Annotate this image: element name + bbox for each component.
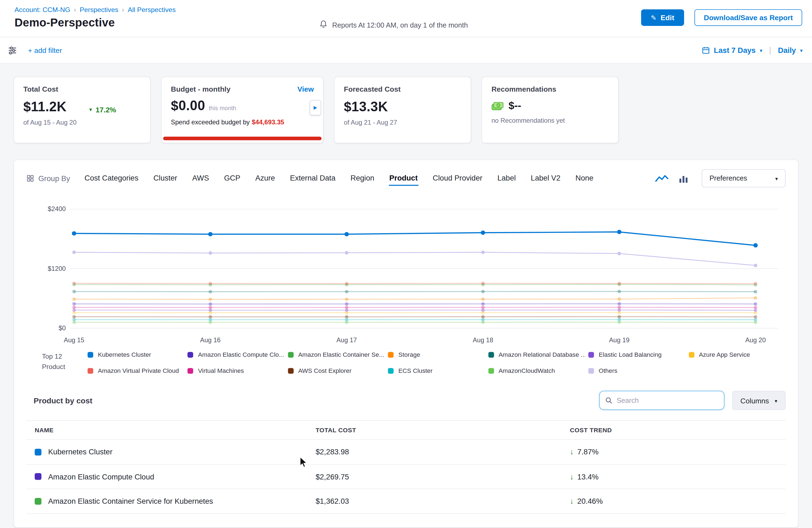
bar-chart-icon xyxy=(679,174,688,183)
series-color-swatch xyxy=(35,498,42,504)
chart-legend: Top 12 Product Kubernetes Cluster Amazon… xyxy=(27,351,785,374)
line-chart-icon xyxy=(655,174,668,183)
legend-item-label: Others xyxy=(599,367,617,375)
group-by-tab[interactable]: Cloud Provider xyxy=(432,171,483,186)
row-name-cell[interactable]: Kubernetes Cluster xyxy=(27,448,307,456)
table-row[interactable]: Amazon Elastic Compute Cloud $2,269.75 ↓… xyxy=(27,465,785,489)
budget-card: Budget - monthly View $0.00 this month S… xyxy=(161,77,323,143)
column-header[interactable]: NAME xyxy=(27,421,307,439)
group-by-tab[interactable]: Cluster xyxy=(153,171,178,186)
svg-text:$0: $0 xyxy=(59,325,66,332)
group-by-tab[interactable]: GCP xyxy=(223,171,241,186)
column-header[interactable]: TOTAL COST xyxy=(307,421,562,439)
legend-item[interactable]: Amazon Elastic Compute Clo... xyxy=(188,351,285,358)
search-input[interactable] xyxy=(617,397,719,404)
breadcrumb-link[interactable]: Perspectives xyxy=(80,6,128,13)
group-by-tab[interactable]: AWS xyxy=(192,171,209,186)
filter-sliders-icon[interactable] xyxy=(8,45,18,55)
legend-item[interactable]: Elastic Load Balancing xyxy=(588,351,685,358)
legend-item[interactable]: Kubernetes Cluster xyxy=(88,351,185,358)
svg-text:Aug 15: Aug 15 xyxy=(64,337,84,343)
group-by-tab[interactable]: Label xyxy=(497,171,516,186)
svg-text:Aug 17: Aug 17 xyxy=(336,337,357,343)
legend-item-label: Kubernetes Cluster xyxy=(98,351,151,358)
play-icon: ▶ xyxy=(314,105,317,110)
forecasted-cost-value: $13.3K xyxy=(344,99,388,115)
budget-view-link[interactable]: View xyxy=(298,85,314,93)
legend-item-label: Amazon Relational Database ... xyxy=(498,351,585,358)
group-by-row: Group By Cost CategoriesClusterAWSGCPAzu… xyxy=(27,170,785,187)
legend-item[interactable]: AmazonCloudWatch xyxy=(488,367,585,375)
group-by-tab[interactable]: Label V2 xyxy=(530,171,561,186)
group-by-tab[interactable]: Region xyxy=(350,171,375,186)
series-color-swatch xyxy=(88,352,93,357)
row-name-cell[interactable]: Amazon Elastic Container Service for Kub… xyxy=(27,497,307,505)
column-header[interactable]: COST TREND xyxy=(562,421,785,439)
legend-item-label: Virtual Machines xyxy=(198,367,244,375)
pencil-icon: ✎ xyxy=(651,14,656,21)
row-total-cost-cell: $2,283.98 xyxy=(307,448,562,456)
bar-chart-toggle-button[interactable] xyxy=(678,173,689,184)
series-color-swatch xyxy=(35,473,42,480)
recommendations-value: $-- xyxy=(509,100,521,112)
download-save-report-button[interactable]: Download/Save as Report xyxy=(694,9,802,26)
row-cost-trend-cell: ↓ 13.4% xyxy=(562,472,785,481)
row-cost-trend-cell: ↓ 20.46% xyxy=(562,497,785,505)
table-row[interactable]: Kubernetes Cluster $2,283.98 ↓ 7.87% xyxy=(27,440,785,465)
series-color-swatch xyxy=(588,352,594,357)
forecasted-cost-period: of Aug 21 - Aug 27 xyxy=(344,119,461,127)
breadcrumb-link[interactable]: All Perspectives xyxy=(128,6,176,13)
legend-item[interactable]: Azure App Service xyxy=(688,351,785,358)
legend-item[interactable]: Amazon Relational Database ... xyxy=(488,351,585,358)
group-by-tab[interactable]: Product xyxy=(389,171,418,186)
preferences-button[interactable]: Preferences ▾ xyxy=(702,170,785,187)
product-name: Kubernetes Cluster xyxy=(48,448,113,456)
legend-item[interactable]: Virtual Machines xyxy=(188,367,285,375)
recommendations-card: Recommendations $-- no Recommendations y… xyxy=(482,77,618,143)
series-color-swatch xyxy=(388,352,394,357)
product-name: Amazon Elastic Compute Cloud xyxy=(48,472,155,481)
group-by-tabs: Cost CategoriesClusterAWSGCPAzureExterna… xyxy=(84,171,594,186)
edit-button[interactable]: ✎ Edit xyxy=(641,9,684,26)
series-color-swatch xyxy=(688,352,694,357)
legend-item[interactable]: ECS Cluster xyxy=(388,367,485,375)
legend-items: Kubernetes Cluster Amazon Elastic Comput… xyxy=(88,351,785,374)
legend-item-label: AmazonCloudWatch xyxy=(498,367,555,375)
total-cost-value: $11.2K xyxy=(23,99,67,115)
line-chart-toggle-button[interactable] xyxy=(654,173,670,184)
group-by-tab[interactable]: Cost Categories xyxy=(84,171,139,186)
legend-item[interactable]: Amazon Elastic Container Se... xyxy=(288,351,385,358)
legend-item-label: Amazon Elastic Compute Clo... xyxy=(198,351,284,358)
chevron-down-icon: ▾ xyxy=(800,48,803,54)
row-name-cell[interactable]: Amazon Elastic Compute Cloud xyxy=(27,472,307,481)
divider: | xyxy=(769,46,771,55)
perspective-dashboard: Account: CCM-NGPerspectivesAll Perspecti… xyxy=(0,0,812,528)
reports-note-text: Reports At 12:00 AM, on day 1 of the mon… xyxy=(332,21,468,29)
legend-item-label: Azure App Service xyxy=(699,351,750,358)
legend-item-label: ECS Cluster xyxy=(398,367,433,375)
search-box xyxy=(599,391,724,410)
date-range-selector[interactable]: Last 7 Days xyxy=(714,46,755,54)
bell-icon xyxy=(320,20,328,30)
add-filter-button[interactable]: + add filter xyxy=(28,46,62,54)
chevron-down-icon: ▾ xyxy=(774,398,777,404)
legend-item[interactable]: Amazon Virtual Private Cloud xyxy=(88,367,185,375)
legend-item[interactable]: Storage xyxy=(388,351,485,358)
breadcrumb-link[interactable]: Account: CCM-NG xyxy=(14,6,80,13)
product-cost-table: NAMETOTAL COSTCOST TREND Kubernetes Clus… xyxy=(27,420,785,514)
trend-value: 20.46% xyxy=(577,497,603,505)
table-row[interactable]: Amazon Elastic Container Service for Kub… xyxy=(27,489,785,514)
granularity-selector[interactable]: Daily xyxy=(778,46,796,54)
group-by-tab[interactable]: None xyxy=(575,171,594,186)
svg-text:Aug 16: Aug 16 xyxy=(200,337,220,343)
trend-down-icon: ↓ xyxy=(570,472,574,481)
group-by-tab[interactable]: Azure xyxy=(255,171,276,186)
perspective-panel: Group By Cost CategoriesClusterAWSGCPAzu… xyxy=(14,160,798,527)
columns-button[interactable]: Columns ▾ xyxy=(732,391,785,410)
group-by-tab[interactable]: External Data xyxy=(290,171,336,186)
budget-alert: Spend exceeded budget by$44,693.35 xyxy=(171,119,314,126)
series-color-swatch xyxy=(88,368,93,373)
legend-item[interactable]: Others xyxy=(588,367,685,375)
budget-expand-button[interactable]: ▶ xyxy=(310,100,321,115)
legend-item[interactable]: AWS Cost Explorer xyxy=(288,367,385,375)
